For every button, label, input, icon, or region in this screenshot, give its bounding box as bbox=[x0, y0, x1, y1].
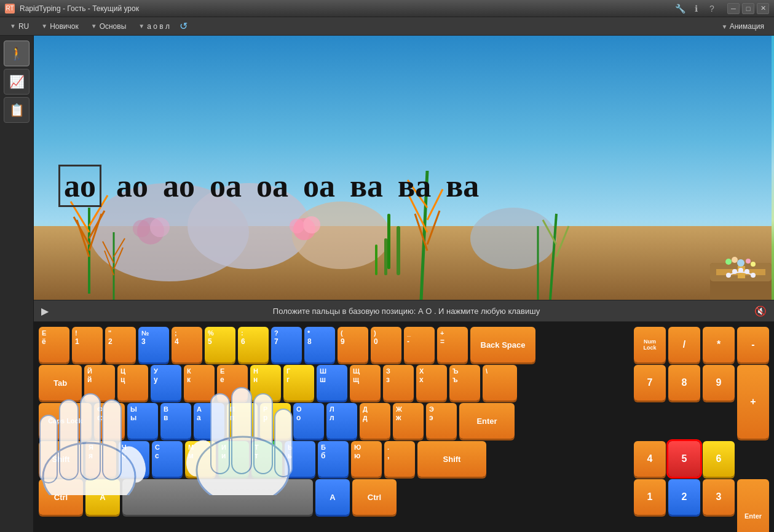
key-r[interactable]: Рр bbox=[260, 403, 291, 439]
typing-word-1: ао bbox=[58, 165, 101, 207]
svg-point-45 bbox=[725, 259, 732, 265]
key-3[interactable]: №3 bbox=[138, 327, 169, 362]
key-9[interactable]: (9 bbox=[338, 327, 368, 362]
key-g[interactable]: Гг bbox=[283, 365, 314, 401]
key-soft[interactable]: Ьь bbox=[285, 441, 315, 477]
volume-icon[interactable]: 🔇 bbox=[754, 305, 767, 317]
key-num-4[interactable]: 4 bbox=[634, 441, 666, 477]
refresh-button[interactable]: ↺ bbox=[180, 20, 188, 32]
key-e[interactable]: Ээ bbox=[426, 403, 457, 439]
key-ctrl-left[interactable]: Ctrl bbox=[39, 479, 83, 515]
key-5[interactable]: %5 bbox=[205, 327, 235, 362]
key-minus[interactable]: _- bbox=[404, 327, 435, 362]
key-d[interactable]: Дд bbox=[360, 403, 390, 439]
key-hard[interactable]: Ъъ bbox=[449, 365, 480, 401]
key-1[interactable]: !1 bbox=[72, 327, 103, 362]
sidebar-item-book[interactable]: 📋 bbox=[4, 97, 30, 123]
keyboard-area: Её !1 "2 №3 ;4 %5 :6 bbox=[34, 322, 774, 532]
key-s[interactable]: Сс bbox=[152, 441, 183, 477]
content-area: ао ао ао оа оа оа ва ва ва ▶ Положите па… bbox=[34, 36, 774, 532]
key-t[interactable]: Тт bbox=[251, 441, 282, 477]
settings-icon[interactable]: 🔧 bbox=[674, 3, 685, 14]
course-selector[interactable]: ▼ Основы bbox=[86, 21, 132, 32]
key-num-1[interactable]: 1 bbox=[634, 479, 666, 515]
key-j[interactable]: Йй bbox=[84, 365, 115, 401]
svg-point-47 bbox=[726, 273, 731, 278]
key-a[interactable]: Аа bbox=[194, 403, 224, 439]
key-ch[interactable]: Чч bbox=[119, 441, 149, 477]
key-v[interactable]: Вв bbox=[160, 403, 191, 439]
key-f[interactable]: Фф bbox=[94, 403, 125, 439]
minimize-button[interactable]: ─ bbox=[727, 3, 740, 14]
sidebar-item-person[interactable]: 🚶 bbox=[4, 41, 30, 66]
key-num-7[interactable]: 7 bbox=[634, 365, 666, 401]
key-y[interactable]: Ыы bbox=[127, 403, 158, 439]
play-button[interactable]: ▶ bbox=[41, 305, 49, 317]
key-win-left[interactable]: А bbox=[85, 479, 120, 515]
key-m[interactable]: Мм bbox=[185, 441, 216, 477]
key-ya[interactable]: Яя bbox=[85, 441, 116, 477]
key-6[interactable]: :6 bbox=[238, 327, 269, 362]
key-8[interactable]: *8 bbox=[304, 327, 335, 362]
key-c[interactable]: Цц bbox=[117, 365, 148, 401]
key-z[interactable]: Зз bbox=[383, 365, 414, 401]
key-num-2[interactable]: 2 bbox=[668, 479, 700, 515]
key-7[interactable]: ?7 bbox=[271, 327, 302, 362]
key-num-div[interactable]: / bbox=[668, 327, 700, 362]
key-u[interactable]: Уу bbox=[151, 365, 181, 401]
key-shch[interactable]: Щщ bbox=[350, 365, 381, 401]
info-icon[interactable]: ℹ bbox=[690, 3, 701, 14]
key-num-enter[interactable]: Enter bbox=[737, 479, 769, 532]
key-0[interactable]: )0 bbox=[371, 327, 401, 362]
key-backslash[interactable]: \ bbox=[483, 365, 517, 401]
typing-word-8: ва bbox=[398, 168, 431, 204]
key-2[interactable]: "2 bbox=[105, 327, 136, 362]
lesson-instruction: Положите пальцы в базовую позицию: А О .… bbox=[58, 307, 754, 316]
animation-toggle[interactable]: ▼ Анимация bbox=[716, 21, 769, 32]
key-yu[interactable]: Юю bbox=[351, 441, 382, 477]
key-num-minus[interactable]: - bbox=[737, 327, 769, 362]
key-ye[interactable]: Ее bbox=[217, 365, 248, 401]
key-num-plus[interactable]: + bbox=[737, 365, 769, 439]
key-enter[interactable]: Enter bbox=[459, 403, 515, 439]
key-num-8[interactable]: 8 bbox=[668, 365, 700, 401]
key-numlock[interactable]: Num Lock bbox=[634, 327, 666, 362]
key-num-mul[interactable]: * bbox=[703, 327, 735, 362]
svg-rect-35 bbox=[384, 238, 387, 275]
key-yo[interactable]: Её bbox=[39, 327, 69, 362]
level-selector[interactable]: ▼ Новичок bbox=[36, 21, 84, 32]
key-i[interactable]: Ии bbox=[218, 441, 249, 477]
key-num-3[interactable]: 3 bbox=[703, 479, 735, 515]
key-num-9[interactable]: 9 bbox=[703, 365, 735, 401]
key-kh[interactable]: Хх bbox=[416, 365, 447, 401]
svg-point-49 bbox=[738, 268, 743, 273]
key-backspace[interactable]: Back Space bbox=[470, 327, 535, 362]
key-l[interactable]: Лл bbox=[326, 403, 357, 439]
lesson-selector[interactable]: ▼ а о в л bbox=[133, 21, 175, 32]
key-4[interactable]: ;4 bbox=[172, 327, 202, 362]
key-shift-right[interactable]: Shift bbox=[417, 441, 486, 477]
key-equals[interactable]: += bbox=[437, 327, 468, 362]
key-zh[interactable]: Жж bbox=[393, 403, 424, 439]
key-num-6[interactable]: 6 bbox=[703, 441, 735, 477]
numpad-row-2: 7 8 9 + bbox=[634, 365, 769, 439]
language-selector[interactable]: ▼ RU bbox=[5, 21, 34, 32]
sidebar-item-chart[interactable]: 📈 bbox=[4, 69, 30, 95]
key-k[interactable]: Кк bbox=[184, 365, 215, 401]
key-capslock[interactable]: Caps Lock bbox=[39, 403, 92, 439]
key-tab[interactable]: Tab bbox=[39, 365, 82, 401]
key-p[interactable]: Пп bbox=[227, 403, 258, 439]
key-alt-right[interactable]: А bbox=[315, 479, 350, 515]
key-b[interactable]: Бб bbox=[318, 441, 349, 477]
key-space[interactable] bbox=[122, 479, 313, 515]
close-button[interactable]: ✕ bbox=[757, 3, 769, 14]
key-ctrl-right[interactable]: Ctrl bbox=[352, 479, 397, 515]
key-n[interactable]: Нн bbox=[250, 365, 281, 401]
key-num-5[interactable]: 5 bbox=[668, 441, 700, 477]
key-o[interactable]: Оо bbox=[293, 403, 324, 439]
help-icon[interactable]: ? bbox=[706, 3, 717, 14]
key-period[interactable]: ., bbox=[384, 441, 415, 477]
maximize-button[interactable]: □ bbox=[742, 3, 754, 14]
key-sh[interactable]: Шш bbox=[317, 365, 347, 401]
key-shift-left[interactable]: Shift bbox=[39, 441, 83, 477]
